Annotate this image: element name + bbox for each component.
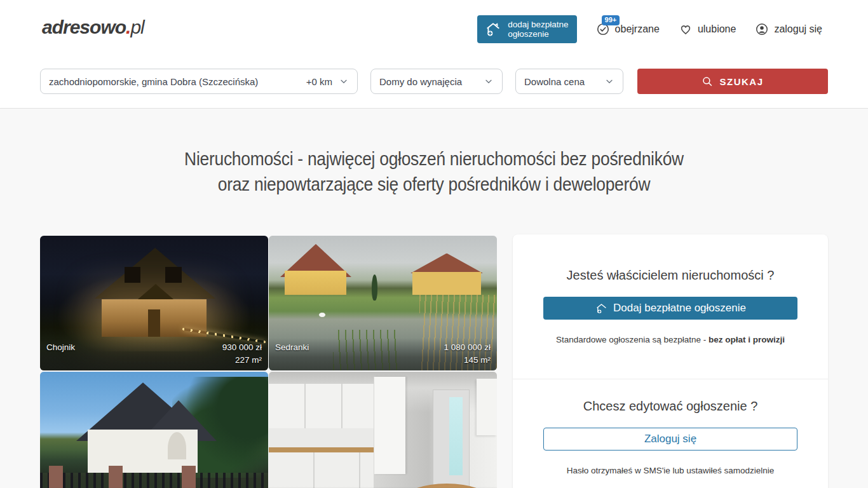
sidebar-login-button[interactable]: Zaloguj się [543, 428, 797, 451]
house-plus-icon [484, 20, 502, 38]
listing-name: Chojnik [46, 341, 75, 354]
search-icon [702, 76, 714, 88]
search-submit-button[interactable]: SZUKAJ [637, 69, 828, 94]
edit-heading: Chcesz edytować ogłoszenie ? [543, 398, 797, 414]
page: adresowo.pl dodaj bezpłatne ogłoszenie [0, 0, 868, 488]
property-type-value: Domy do wynajęcia [379, 76, 462, 87]
user-icon [755, 22, 769, 36]
edit-note: Hasło otrzymałeś w SMS'ie lub ustawiłeś … [543, 466, 797, 475]
sidebar-add-listing-button[interactable]: Dodaj bezpłatne ogłoszenie [543, 297, 797, 320]
listing-card[interactable]: Warszawa Wola, ul. 950 000 zł [269, 372, 497, 488]
add-listing-label-line1: dodaj bezpłatne [508, 20, 568, 29]
add-listing-button[interactable]: dodaj bezpłatne ogłoszenie [477, 15, 576, 43]
top-bar: adresowo.pl dodaj bezpłatne ogłoszenie [0, 0, 868, 55]
page-title-line2: oraz niepowtarzające się oferty pośredni… [52, 172, 816, 197]
listing-card[interactable]: Zagacie Podskale, ul. 1 055 000 zł [40, 372, 268, 488]
price-select[interactable]: Dowolna cena [515, 69, 623, 94]
viewed-label: obejrzane [615, 24, 660, 35]
login-link[interactable]: zaloguj się [755, 22, 822, 36]
property-type-select[interactable]: Domy do wynajęcia [370, 69, 503, 94]
heart-icon [679, 22, 693, 36]
site-logo[interactable]: adresowo.pl [42, 17, 144, 38]
location-radius: +0 km [306, 76, 332, 87]
listing-price: 1 080 000 zł [444, 341, 491, 354]
edit-section: Chcesz edytować ogłoszenie ? Zaloguj się… [513, 379, 828, 475]
login-label: zaloguj się [774, 24, 822, 35]
logo-name: adresowo [42, 17, 126, 37]
favorites-label: ulubione [698, 24, 736, 35]
search-bar: zachodniopomorskie, gmina Dobra (Szczeci… [0, 69, 868, 94]
price-value: Dowolna cena [524, 76, 585, 87]
chevron-down-icon [339, 76, 349, 86]
property-photo [40, 372, 268, 488]
listing-area: 227 m² [46, 354, 262, 367]
listing-card[interactable]: Chojnik 930 000 zł 227 m² [40, 236, 268, 370]
listing-name: Sedranki [275, 341, 309, 354]
viewed-link[interactable]: 99+ obejrzane [596, 22, 660, 36]
house-plus-icon [595, 302, 608, 315]
favorites-link[interactable]: ulubione [679, 22, 736, 36]
location-select[interactable]: zachodniopomorskie, gmina Dobra (Szczeci… [40, 69, 358, 94]
add-listing-label-line2: ogłoszenie [508, 29, 549, 39]
owner-heading: Jesteś właścicielem nieruchomości ? [543, 268, 797, 283]
property-photo [269, 372, 497, 488]
top-actions: dodaj bezpłatne ogłoszenie 99+ obejrzane [477, 15, 822, 43]
logo-tld: pl [130, 17, 144, 37]
owner-section: Jesteś właścicielem nieruchomości ? Doda… [513, 234, 828, 379]
listing-overlay: Chojnik 930 000 zł 227 m² [40, 338, 268, 370]
chevron-down-icon [604, 76, 614, 86]
listing-price: 930 000 zł [222, 341, 262, 354]
sidebar-panel: Jesteś właścicielem nieruchomości ? Doda… [513, 234, 828, 488]
page-title: Nieruchomości - najwięcej ogłoszeń nieru… [52, 146, 816, 197]
location-value: zachodniopomorskie, gmina Dobra (Szczeci… [49, 76, 301, 87]
page-title-line1: Nieruchomości - najwięcej ogłoszeń nieru… [52, 146, 816, 172]
viewed-count-badge: 99+ [602, 15, 620, 25]
owner-note-text: Standardowe ogłoszenia są bezpłatne - [556, 335, 709, 344]
listing-card[interactable]: Sedranki 1 080 000 zł 145 m² [269, 236, 497, 370]
sidebar-add-listing-label: Dodaj bezpłatne ogłoszenie [613, 302, 746, 315]
chevron-down-icon [484, 76, 494, 86]
owner-note-bold: bez opłat i prowizji [709, 335, 785, 344]
listing-area: 145 m² [275, 354, 491, 367]
listing-overlay: Sedranki 1 080 000 zł 145 m² [269, 338, 497, 370]
search-submit-label: SZUKAJ [719, 76, 763, 87]
owner-note: Standardowe ogłoszenia są bezpłatne - be… [543, 335, 797, 344]
